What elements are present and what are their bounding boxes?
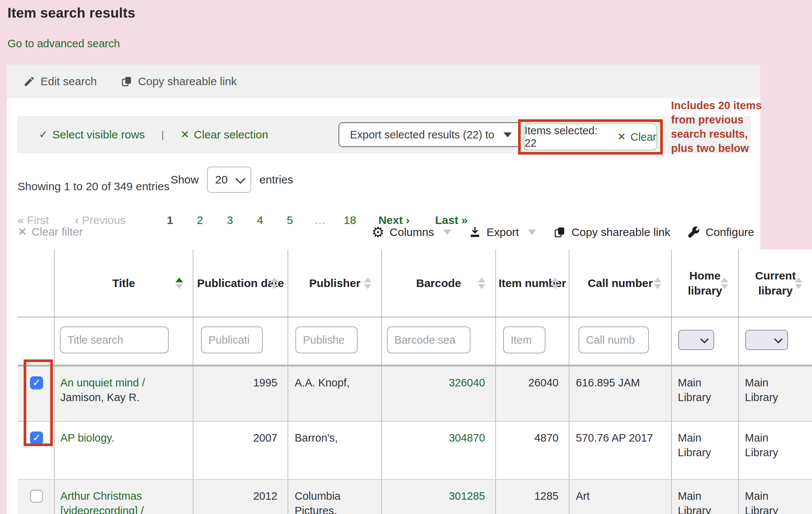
export-label: Export [487,226,519,239]
publication-date-cell: 2012 [193,479,288,514]
publication-date-cell: 2007 [193,421,288,479]
item-number-filter-input[interactable] [503,326,545,353]
call-number-cell: 570.76 AP 2017 [569,421,671,479]
pagination-last[interactable]: Last » [435,214,468,227]
check-icon: ✓ [39,129,48,140]
clear-filter-label: Clear filter [31,225,83,238]
chevron-down-icon [503,132,512,137]
pagination-page-5[interactable]: 5 [275,214,305,227]
copy-icon [553,226,566,239]
row-checkbox[interactable]: ✓ [30,490,43,503]
pagination-first[interactable]: « First [18,214,49,227]
header-checkbox-column [18,249,54,317]
clear-items-label: Clear [631,131,656,143]
annotation-rect-items-selected: Items selected: 22 ✕ Clear [518,119,663,155]
header-call-number[interactable]: Call number [569,249,671,317]
title-link[interactable]: Arthur Christmas [videorecording] / [60,490,144,514]
clear-filter-button[interactable]: ✕ Clear filter [18,225,83,238]
pagination-page-2[interactable]: 2 [185,214,215,227]
header-publication-date[interactable]: Publication date [193,249,288,317]
columns-button[interactable]: ⚙ Columns [372,225,451,239]
pagination-page-18[interactable]: 18 [335,214,365,227]
pagination-ellipsis: … [305,214,335,227]
advanced-search-link[interactable]: Go to advanced search [7,38,120,50]
page-title: Item search results [7,5,135,21]
clear-selection-link[interactable]: ✕ Clear selection [181,128,268,141]
header-item-number[interactable]: Item number [496,249,569,317]
pagination: « First ‹ Previous 1 2 3 4 5 … 18 Next ›… [18,214,468,227]
x-icon: ✕ [18,225,27,238]
pagination-page-1[interactable]: 1 [155,214,185,227]
chevron-down-icon [700,335,709,344]
chevron-down-icon [528,230,536,235]
table-header-row: Title Publication date Publisher Barcode… [18,249,812,317]
item-number-cell: 26040 [496,366,569,421]
select-visible-rows-link[interactable]: ✓ Select visible rows [39,128,145,141]
header-title[interactable]: Title [54,249,193,317]
annotation-note: Includes 20 items from previous search r… [671,98,766,155]
barcode-link[interactable]: 301285 [449,490,485,502]
barcode-link[interactable]: 304870 [449,432,485,444]
call-number-cell: Art [569,479,671,514]
header-current-library[interactable]: Current library [739,249,812,317]
publisher-filter-input[interactable] [295,326,358,353]
current-library-filter-select[interactable] [745,330,788,350]
title-link[interactable]: AP biology. [60,432,114,444]
clear-items-link[interactable]: ✕ Clear [617,131,656,143]
home-library-filter-select[interactable] [678,330,714,350]
table-toolbar: ✕ Clear filter ⚙ Columns Export [7,225,760,245]
show-label: Show [171,173,199,186]
export-button[interactable]: Export [469,226,536,239]
publication-date-filter-input[interactable] [201,326,263,353]
chevron-down-icon [443,230,451,235]
barcode-link[interactable]: 326040 [449,377,485,389]
sort-arrows-icon [654,277,661,289]
sort-arrows-icon [270,277,278,289]
home-library-cell: Main Library [671,366,739,421]
pagination-page-3[interactable]: 3 [215,214,245,227]
sort-arrows-icon [364,277,372,289]
row-checkbox[interactable]: ✓ [30,376,43,389]
configure-button[interactable]: Configure [688,226,754,239]
header-barcode[interactable]: Barcode [382,249,496,317]
title-link[interactable]: An unquiet mind / [60,377,145,389]
sort-arrows-icon [478,277,485,289]
pagination-previous[interactable]: ‹ Previous [75,214,126,227]
publisher-cell: Columbia Pictures, [288,479,382,514]
table-row: ✓ An unquiet mind /Jamison, Kay R. 1995 … [18,366,812,421]
x-icon: ✕ [181,129,189,140]
publisher-cell: A.A. Knopf, [288,366,382,421]
page-size-value: 20 [215,173,228,186]
barcode-filter-input[interactable] [387,326,470,353]
edit-search-button[interactable]: Edit search [23,75,97,88]
wrench-icon [688,226,700,239]
copy-shareable-link-button[interactable]: Copy shareable link [553,226,670,239]
current-library-cell: Main Library [739,479,812,514]
filter-checkbox-column [18,317,54,366]
entries-label: entries [259,173,293,186]
copy-shareable-link-label: Copy shareable link [571,226,670,239]
copy-shareable-link-label: Copy shareable link [138,75,237,88]
pagination-page-4[interactable]: 4 [245,214,275,227]
title-filter-input[interactable] [60,326,169,353]
header-publisher[interactable]: Publisher [288,249,382,317]
results-table: Title Publication date Publisher Barcode… [18,249,812,514]
selection-divider: | [161,129,164,141]
export-selected-label: Export selected results (22) to [350,129,494,141]
copy-shareable-link-button[interactable]: Copy shareable link [121,75,237,88]
sort-arrows-icon [551,277,559,289]
columns-label: Columns [390,226,434,239]
publication-date-cell: 1995 [193,366,288,421]
publisher-cell: Barron's, [288,421,382,479]
export-selected-button[interactable]: Export selected results (22) to [339,122,523,147]
items-selected-count: Items selected: 22 [524,125,603,149]
chevron-down-icon [774,335,783,344]
page-size-select[interactable]: 20 [207,167,251,193]
edit-search-label: Edit search [40,75,97,88]
sort-arrows-icon [175,277,183,289]
search-toolbar: Edit search Copy shareable link [7,65,760,98]
row-checkbox[interactable]: ✓ [30,431,43,445]
call-number-filter-input[interactable] [578,326,649,353]
item-number-cell: 4870 [496,421,569,479]
header-home-library[interactable]: Home library [671,249,739,317]
